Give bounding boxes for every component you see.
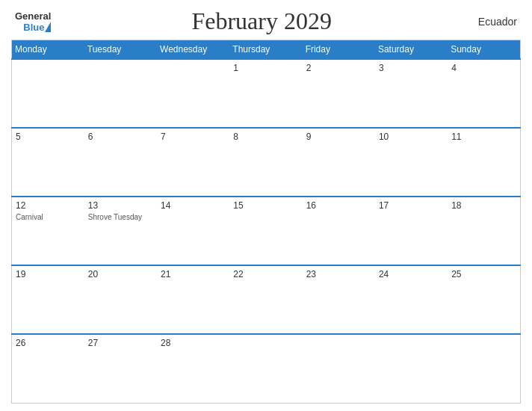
week-row-4: 19202122232425 <box>12 265 521 334</box>
day-cell-1-6: 11 <box>448 128 520 197</box>
day-cell-4-1: 27 <box>84 334 157 403</box>
header-thursday: Thursday <box>229 40 302 60</box>
day-number: 23 <box>306 269 371 279</box>
header-monday: Monday <box>12 40 84 60</box>
day-number: 5 <box>16 132 81 142</box>
day-cell-0-6: 4 <box>448 59 520 128</box>
calendar-page: General Blue February 2029 Ecuador Monda… <box>0 0 532 411</box>
calendar-table: Monday Tuesday Wednesday Thursday Friday… <box>11 40 521 404</box>
day-cell-1-1: 6 <box>84 128 157 197</box>
day-cell-1-3: 8 <box>229 128 302 197</box>
day-cell-0-1 <box>84 59 157 128</box>
day-number: 4 <box>451 63 516 73</box>
week-row-2: 567891011 <box>12 128 521 197</box>
day-cell-4-6 <box>448 334 520 403</box>
day-cell-1-5: 10 <box>375 128 448 197</box>
days-header-row: Monday Tuesday Wednesday Thursday Friday… <box>12 40 521 60</box>
day-cell-1-0: 5 <box>12 128 84 197</box>
day-number: 12 <box>16 200 81 211</box>
day-cell-2-2: 14 <box>157 197 229 265</box>
day-cell-2-5: 17 <box>375 197 448 265</box>
day-number: 1 <box>233 63 298 73</box>
day-event: Carnival <box>16 212 81 222</box>
day-number: 27 <box>88 338 153 348</box>
day-cell-4-3 <box>229 334 302 403</box>
day-cell-3-2: 21 <box>157 265 229 334</box>
logo-triangle-icon <box>45 22 51 32</box>
day-number: 2 <box>306 63 371 73</box>
day-cell-2-3: 15 <box>229 197 302 265</box>
day-cell-4-0: 26 <box>12 334 84 403</box>
day-cell-2-0: 12Carnival <box>12 197 84 265</box>
day-cell-2-1: 13Shrove Tuesday <box>84 197 157 265</box>
day-number: 13 <box>88 200 153 211</box>
day-number: 26 <box>16 338 81 348</box>
day-cell-0-5: 3 <box>375 59 448 128</box>
day-number: 22 <box>233 269 298 279</box>
header-friday: Friday <box>303 40 375 60</box>
day-number: 25 <box>451 269 516 279</box>
day-number: 11 <box>451 132 516 142</box>
day-number: 6 <box>88 132 153 142</box>
logo-blue-text: Blue <box>23 22 44 33</box>
calendar-title: February 2029 <box>51 7 472 35</box>
header-tuesday: Tuesday <box>84 40 157 60</box>
day-number: 10 <box>379 132 444 142</box>
day-cell-2-6: 18 <box>448 197 520 265</box>
day-cell-4-5 <box>375 334 448 403</box>
day-cell-0-2 <box>157 59 229 128</box>
day-number: 19 <box>16 269 81 279</box>
day-cell-1-4: 9 <box>303 128 375 197</box>
day-number: 17 <box>379 200 444 211</box>
header-saturday: Saturday <box>375 40 448 60</box>
day-cell-4-4 <box>303 334 375 403</box>
day-number: 18 <box>451 200 516 211</box>
day-number: 15 <box>233 200 298 211</box>
country-label: Ecuador <box>472 16 517 28</box>
day-cell-4-2: 28 <box>157 334 229 403</box>
day-cell-2-4: 16 <box>303 197 375 265</box>
day-number: 3 <box>379 63 444 73</box>
day-number: 24 <box>379 269 444 279</box>
header: General Blue February 2029 Ecuador <box>11 7 521 35</box>
week-row-5: 262728 <box>12 334 521 403</box>
header-wednesday: Wednesday <box>157 40 229 60</box>
day-number: 28 <box>161 338 226 348</box>
header-sunday: Sunday <box>448 40 520 60</box>
day-cell-3-4: 23 <box>303 265 375 334</box>
day-cell-1-2: 7 <box>157 128 229 197</box>
day-cell-0-4: 2 <box>303 59 375 128</box>
day-number: 16 <box>306 200 371 211</box>
logo: General Blue <box>15 10 51 33</box>
day-number: 7 <box>161 132 226 142</box>
day-number: 14 <box>161 200 226 211</box>
day-cell-3-3: 22 <box>229 265 302 334</box>
day-cell-3-0: 19 <box>12 265 84 334</box>
day-number: 8 <box>233 132 298 142</box>
week-row-1: 1234 <box>12 59 521 128</box>
day-number: 9 <box>306 132 371 142</box>
day-cell-0-0 <box>12 59 84 128</box>
week-row-3: 12Carnival13Shrove Tuesday1415161718 <box>12 197 521 265</box>
day-number: 21 <box>161 269 226 279</box>
day-cell-3-5: 24 <box>375 265 448 334</box>
day-event: Shrove Tuesday <box>88 212 153 222</box>
day-number: 20 <box>88 269 153 279</box>
logo-general-text: General <box>15 10 51 22</box>
day-cell-0-3: 1 <box>229 59 302 128</box>
day-cell-3-1: 20 <box>84 265 157 334</box>
day-cell-3-6: 25 <box>448 265 520 334</box>
